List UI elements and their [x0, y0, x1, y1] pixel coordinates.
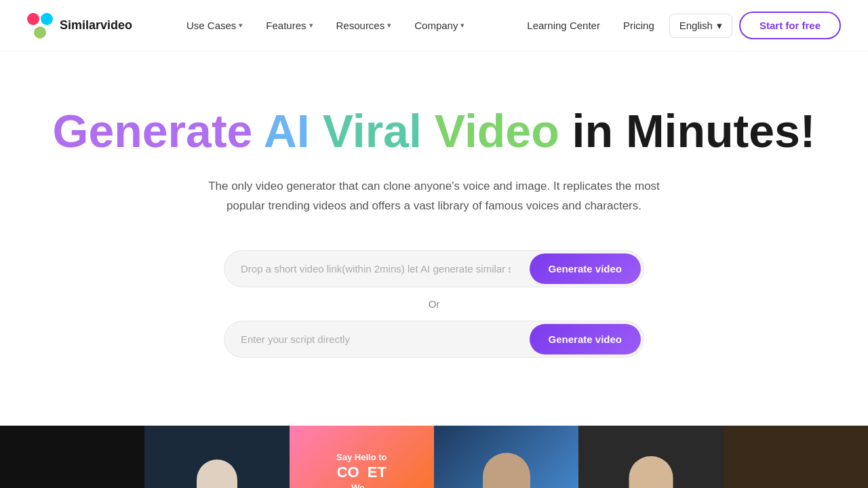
chevron-down-icon: ▾ [717, 20, 722, 32]
video-thumb-3-text: Say Hello toCO ETWe... [336, 451, 387, 488]
script-row: Generate video [224, 321, 644, 358]
video-thumb-5[interactable] [578, 426, 723, 488]
logo[interactable]: Similarvideo [27, 13, 132, 39]
logo-icon [27, 13, 53, 39]
nav-use-cases[interactable]: Use Cases ▾ [177, 14, 252, 37]
logo-text: Similarvideo [60, 18, 132, 33]
video-thumb-3[interactable]: Say Hello toCO ETWe... [290, 426, 434, 488]
video-thumb-4[interactable] [434, 426, 578, 488]
hero-subtitle: The only video generator that can clone … [197, 177, 671, 216]
nav-right: Learning Center Pricing English ▾ Start … [519, 12, 841, 39]
input-section: Generate video Or Generate video [224, 250, 644, 358]
video-thumb-2[interactable] [144, 426, 289, 488]
chevron-down-icon: ▾ [309, 21, 313, 30]
language-selector[interactable]: English ▾ [669, 14, 732, 38]
or-divider: Or [429, 298, 440, 310]
video-link-input[interactable] [224, 251, 527, 287]
nav-resources[interactable]: Resources ▾ [327, 14, 401, 37]
generate-video-button-1[interactable]: Generate video [530, 253, 641, 284]
start-free-button[interactable]: Start for free [739, 12, 841, 39]
hero-section: Generate AI Viral Video in Minutes! The … [0, 52, 868, 385]
nav-links: Use Cases ▾ Features ▾ Resources ▾ Compa… [177, 14, 474, 37]
script-input[interactable] [224, 321, 527, 357]
video-thumb-6[interactable] [724, 426, 868, 488]
video-thumb-1[interactable] [0, 426, 144, 488]
chevron-down-icon: ▾ [387, 21, 391, 30]
hero-title: Generate AI Viral Video in Minutes! [27, 106, 841, 157]
nav-company[interactable]: Company ▾ [405, 14, 474, 37]
chevron-down-icon: ▾ [460, 21, 465, 30]
video-link-row: Generate video [224, 250, 644, 287]
nav-learning-center[interactable]: Learning Center [519, 14, 608, 37]
generate-video-button-2[interactable]: Generate video [530, 324, 641, 354]
chevron-down-icon: ▾ [239, 21, 243, 30]
nav-pricing[interactable]: Pricing [615, 14, 663, 37]
nav-features[interactable]: Features ▾ [256, 14, 322, 37]
video-strip: Say Hello toCO ETWe... [0, 426, 868, 488]
navbar: Similarvideo Use Cases ▾ Features ▾ Reso… [0, 0, 868, 52]
